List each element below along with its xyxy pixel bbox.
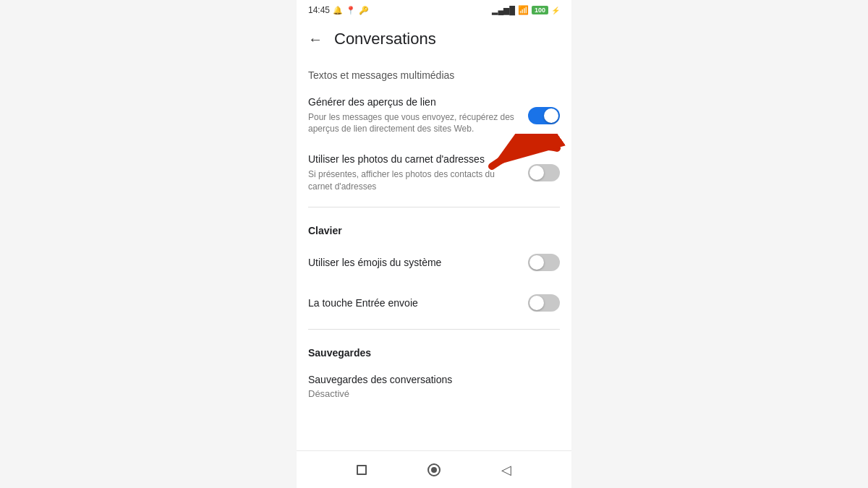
setting-label-entree: La touche Entrée envoie: [308, 296, 519, 311]
wifi-icon: 📶: [518, 5, 529, 15]
setting-label-emojis: Utiliser les émojis du système: [308, 256, 519, 270]
setting-item-generer-apercus[interactable]: Générer des aperçus de lien Pour les mes…: [297, 87, 571, 144]
setting-text-entree: La touche Entrée envoie: [308, 296, 528, 311]
page-title: Conversations: [334, 30, 436, 48]
app-bar: ← Conversations: [297, 20, 571, 58]
back-button[interactable]: ←: [308, 31, 323, 48]
phone-screen: 14:45 🔔 📍 🔑 ▂▄▆█ 📶 100 ⚡ ← Conversations…: [297, 0, 571, 488]
toggle-thumb-entree: [529, 296, 544, 310]
toggle-thumb-generer: [544, 108, 558, 123]
setting-item-entree[interactable]: La touche Entrée envoie: [297, 283, 571, 323]
setting-item-sauvegardes[interactable]: Sauvegardes des conversations Désactivé: [297, 364, 571, 408]
toggle-entree[interactable]: [528, 294, 560, 312]
textos-section-header: Textos et messages multimédias: [297, 58, 571, 87]
settings-content: Textos et messages multimédias Générer d…: [297, 58, 571, 450]
setting-item-utiliser-photos[interactable]: Utiliser les photos du carnet d'adresses…: [297, 144, 571, 201]
divider-2: [308, 329, 560, 330]
nav-recents-button[interactable]: [353, 461, 370, 479]
status-time: 14:45 🔔 📍 🔑: [308, 5, 369, 15]
sauvegardes-section-title: Sauvegardes: [297, 335, 571, 364]
nav-home-button[interactable]: [425, 461, 443, 479]
nav-back-icon: ◁: [501, 462, 511, 478]
setting-label-generer: Générer des aperçus de lien: [308, 95, 519, 110]
battery-indicator: 100: [532, 6, 548, 14]
setting-text-generer: Générer des aperçus de lien Pour les mes…: [308, 95, 528, 135]
setting-text-photos: Utiliser les photos du carnet d'adresses…: [308, 153, 528, 192]
time-display: 14:45: [308, 5, 330, 15]
toggle-thumb-photos: [529, 166, 544, 180]
status-bar: 14:45 🔔 📍 🔑 ▂▄▆█ 📶 100 ⚡: [297, 0, 571, 20]
divider-1: [308, 207, 560, 207]
toggle-emojis[interactable]: [528, 254, 560, 271]
setting-label-photos: Utiliser les photos du carnet d'adresses: [308, 153, 519, 167]
charging-icon: ⚡: [551, 7, 560, 14]
status-indicators: ▂▄▆█ 📶 100 ⚡: [492, 5, 560, 15]
clavier-section-title: Clavier: [297, 213, 571, 242]
notification-icon: 🔔: [333, 6, 343, 15]
setting-text-sauvegardes: Sauvegardes des conversations Désactivé: [308, 373, 560, 399]
setting-item-emojis[interactable]: Utiliser les émojis du système: [297, 242, 571, 283]
nav-back-button[interactable]: ◁: [498, 461, 515, 479]
key-icon: 🔑: [359, 6, 369, 15]
setting-label-sauvegardes: Sauvegardes des conversations: [308, 373, 551, 388]
setting-sublabel-sauvegardes: Désactivé: [308, 388, 551, 399]
toggle-generer-apercus[interactable]: [528, 107, 560, 124]
setting-text-emojis: Utiliser les émojis du système: [308, 256, 528, 270]
nav-circle-icon: [427, 463, 441, 476]
bottom-nav: ◁: [297, 450, 571, 488]
signal-icon: ▂▄▆█: [492, 6, 515, 15]
toggle-thumb-emojis: [529, 255, 544, 270]
setting-desc-generer: Pour les messages que vous envoyez, récu…: [308, 111, 519, 136]
setting-desc-photos: Si présentes, afficher les photos des co…: [308, 168, 519, 193]
location-icon: 📍: [346, 6, 356, 15]
nav-square-icon: [357, 465, 367, 475]
toggle-utiliser-photos[interactable]: [528, 164, 560, 181]
